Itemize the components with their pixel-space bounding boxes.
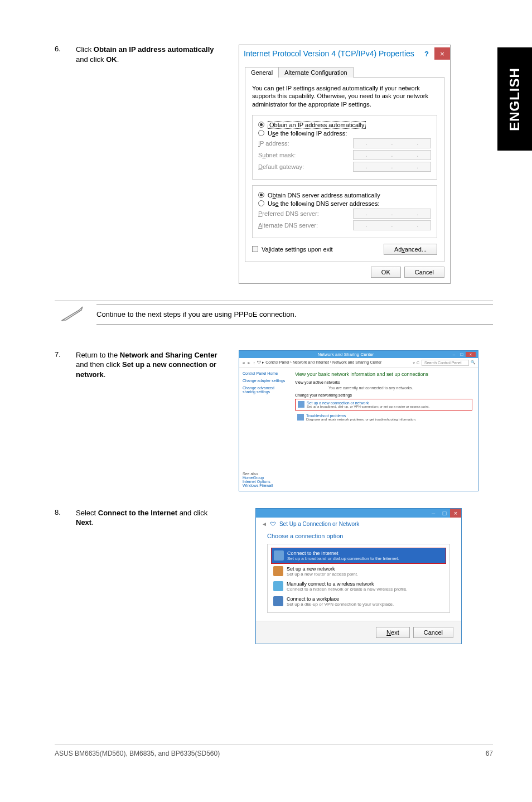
tab-alternate[interactable]: Alternate Configuration (278, 67, 354, 78)
window-titlebar: Network and Sharing Center – □ × (239, 351, 478, 358)
option-connect-internet[interactable]: Connect to the InternetSet up a broadban… (271, 548, 446, 564)
preferred-dns-field: ... (353, 209, 431, 219)
validate-label: Validate settings upon exit (262, 246, 333, 253)
language-label: ENGLISH (507, 67, 523, 131)
option-manual-wireless[interactable]: Manually connect to a wireless networkCo… (271, 579, 446, 594)
radio-icon (258, 192, 264, 198)
link-windows-firewall[interactable]: Windows Firewall (243, 484, 475, 487)
search-icon[interactable]: 🔍 (471, 360, 476, 365)
help-button[interactable]: ? (419, 47, 434, 60)
nav-back-icon[interactable]: ◄ (241, 361, 245, 365)
gateway-field: ... (353, 162, 431, 172)
minimize-button[interactable]: – (428, 509, 439, 518)
step-7: 7. Return to the Network and Sharing Cen… (55, 350, 493, 491)
window-titlebar: Internet Protocol Version 4 (TCP/IPv4) P… (239, 45, 450, 62)
router-icon (273, 566, 283, 576)
maximize-button[interactable]: □ (439, 509, 450, 518)
radio-obtain-ip[interactable]: Obtain an IP address automatically (258, 122, 431, 128)
ok-button[interactable]: OK (371, 267, 401, 278)
cancel-button[interactable]: Cancel (404, 267, 444, 278)
step-8: 8. Select Connect to the Internet and cl… (55, 508, 493, 644)
language-tab: ENGLISH (497, 47, 532, 151)
sidebar-adapter[interactable]: Change adapter settings (243, 379, 286, 383)
ip-address-field: ... (353, 138, 431, 148)
nav-fwd-icon[interactable]: ► (247, 361, 251, 365)
network-sharing-window: Network and Sharing Center – □ × ◄ ► ↑ 🛡… (239, 350, 478, 491)
window-titlebar: – □ × (256, 509, 461, 518)
window-title: Internet Protocol Version 4 (TCP/IPv4) P… (244, 49, 414, 58)
screenshot-1: Internet Protocol Version 4 (TCP/IPv4) P… (239, 45, 493, 284)
note: Continue to the next steps if you are us… (55, 301, 493, 328)
change-settings-label: Change your networking settings (295, 393, 472, 397)
option-new-network[interactable]: Set up a new networkSet up a new router … (271, 564, 446, 579)
link-inet-options[interactable]: Internet Options (243, 480, 475, 484)
troubleshoot-icon (297, 414, 304, 421)
radio-icon (258, 200, 264, 206)
sidebar-home[interactable]: Control Panel Home (243, 371, 286, 375)
document-page: ENGLISH 6. Click Obtain an IP address au… (0, 0, 532, 780)
close-button[interactable]: × (450, 509, 461, 518)
note-icon (60, 301, 91, 328)
sidebar: Control Panel Home Change adapter settin… (239, 368, 289, 468)
label-gateway: Default gateway: (258, 163, 353, 170)
step-number: 8. (55, 508, 76, 516)
dns-fieldset: Obtain DNS server address automatically … (252, 185, 437, 238)
note-text: Continue to the next steps if you are us… (96, 304, 493, 325)
close-button[interactable]: × (434, 47, 450, 60)
screenshot-2: Network and Sharing Center – □ × ◄ ► ↑ 🛡… (239, 350, 493, 491)
ipv4-properties-window: Internet Protocol Version 4 (TCP/IPv4) P… (239, 45, 451, 284)
step-number: 7. (55, 350, 76, 359)
label-adns: Alternate DNS server: (258, 222, 353, 229)
main-heading: View your basic network information and … (295, 371, 472, 377)
screenshot-3: – □ × ◄ 🛡 Set Up a Connection or Network… (255, 508, 493, 644)
setup-icon (298, 401, 304, 408)
setup-title: Set up a new connection or network (307, 401, 429, 405)
tabs: General Alternate Configuration (245, 66, 444, 78)
breadcrumb-bar: ◄ ► ↑ 🛡 ▸ Control Panel › Network and In… (239, 358, 478, 368)
sidebar-advanced[interactable]: Change advanced sharing settings (243, 386, 286, 394)
footer-page-number: 67 (486, 750, 493, 757)
wireless-icon (273, 581, 283, 591)
tab-general[interactable]: General (245, 67, 279, 78)
alternate-dns-field: ... (353, 220, 431, 230)
main-panel: View your basic network information and … (289, 368, 478, 468)
see-also: See also HomeGroup Internet Options Wind… (239, 468, 478, 491)
globe-icon (274, 550, 284, 561)
step-text: Click Obtain an IP address automatically… (76, 45, 222, 64)
cancel-button[interactable]: Cancel (413, 627, 453, 638)
label-mask: Subnet mask: (258, 152, 353, 158)
view-active-label: View your active networks (295, 380, 472, 384)
label-ip: IP address: (258, 140, 353, 147)
subnet-mask-field: ... (353, 150, 431, 160)
radio-obtain-dns[interactable]: Obtain DNS server address automatically (258, 192, 431, 199)
minimize-button[interactable]: – (450, 352, 458, 357)
search-input[interactable]: Search Control Panel (422, 360, 469, 366)
step-text: Select Connect to the Internet and click… (76, 508, 222, 528)
maximize-button[interactable]: □ (458, 352, 466, 357)
breadcrumb-path[interactable]: 🛡 ▸ Control Panel › Network and Internet… (257, 360, 411, 365)
radio-use-dns[interactable]: Use the following DNS server addresses: (258, 200, 431, 207)
step-number: 6. (55, 45, 76, 53)
link-homegroup[interactable]: HomeGroup (243, 476, 475, 480)
next-button[interactable]: Next (376, 627, 410, 638)
option-workplace[interactable]: Connect to a workplaceSet up a dial-up o… (271, 594, 446, 609)
setup-connection-item[interactable]: Set up a new connection or network Set u… (295, 399, 472, 410)
back-icon[interactable]: ◄ (262, 521, 267, 527)
advanced-button[interactable]: Advanced... (384, 244, 437, 255)
troubleshoot-subtitle: Diagnose and repair network problems, or… (306, 418, 416, 421)
step-text: Return to the Network and Sharing Center… (76, 350, 222, 380)
label-pdns: Preferred DNS server: (258, 210, 353, 217)
troubleshoot-item[interactable]: Troubleshoot problems Diagnose and repai… (295, 412, 472, 423)
choose-option-heading: Choose a connection option (267, 533, 450, 539)
ip-description: You can get IP settings assigned automat… (252, 84, 437, 108)
close-button[interactable]: × (466, 352, 476, 357)
shield-icon: 🛡 (270, 521, 276, 527)
step-6: 6. Click Obtain an IP address automatica… (55, 45, 493, 284)
options-list: Connect to the InternetSet up a broadban… (267, 544, 450, 613)
radio-use-ip[interactable]: Use the following IP address: (258, 130, 431, 137)
setup-connection-window: – □ × ◄ 🛡 Set Up a Connection or Network… (255, 508, 462, 644)
building-icon (273, 596, 283, 606)
validate-checkbox[interactable] (252, 246, 258, 252)
not-connected-text: You are currently not connected to any n… (328, 386, 472, 390)
setup-subtitle: Set up a broadband, dial-up, or VPN conn… (307, 405, 429, 408)
